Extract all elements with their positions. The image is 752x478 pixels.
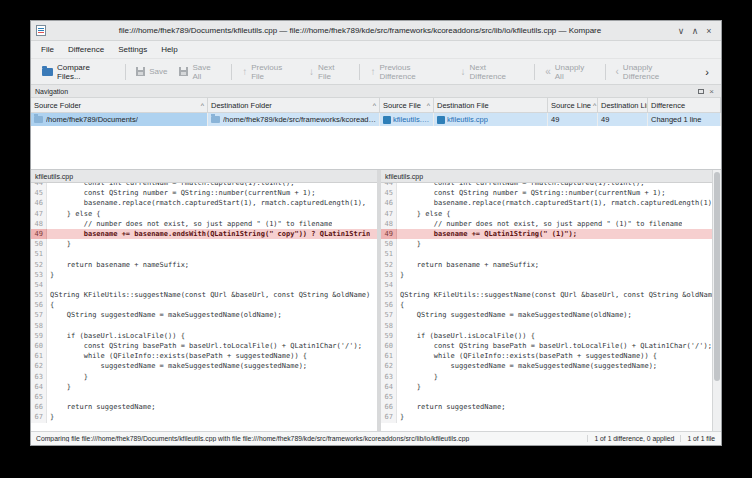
source-file-cell[interactable]: kfileutils.cpp xyxy=(380,113,434,126)
code-text: return suggestedName; xyxy=(397,402,505,412)
code-line[interactable]: 62 suggestedName = makeSuggestedName(sug… xyxy=(31,361,377,371)
toolbar: Compare Files... Save Save All ↑ Previou… xyxy=(31,58,721,85)
code-line[interactable]: 58 xyxy=(31,321,377,331)
previous-file-button[interactable]: ↑ Previous File xyxy=(237,60,302,84)
code-line[interactable]: 56{ xyxy=(31,300,377,310)
code-text: } xyxy=(47,382,71,392)
unapply-all-button[interactable]: « Unapply All xyxy=(540,60,599,84)
code-line[interactable]: 61 while (QFileInfo::exists(basePath + s… xyxy=(31,351,377,361)
close-button[interactable]: × xyxy=(702,24,716,38)
code-line[interactable]: 59 if (baseUrl.isLocalFile()) { xyxy=(31,331,377,341)
code-text: // number does not exist, so just append… xyxy=(397,219,682,229)
menu-difference[interactable]: Difference xyxy=(61,43,111,56)
code-text: } xyxy=(47,270,54,280)
compare-files-button[interactable]: Compare Files... xyxy=(37,60,120,84)
code-line[interactable]: 50 } xyxy=(31,239,377,249)
save-all-icon xyxy=(179,67,188,76)
code-line[interactable]: 45 const QString number = QString::numbe… xyxy=(381,188,712,198)
save-all-button[interactable]: Save All xyxy=(174,60,226,84)
dock-close-icon[interactable]: × xyxy=(706,87,717,96)
scrollbar-thumb[interactable] xyxy=(714,172,720,381)
code-line[interactable]: 64 } xyxy=(31,382,377,392)
column-header-destination-line[interactable]: Destination Lin xyxy=(598,98,648,113)
difference-cell[interactable]: Changed 1 line xyxy=(648,113,721,126)
code-line[interactable]: 55QString KFileUtils::suggestName(const … xyxy=(31,290,377,300)
sort-indicator-icon: ^ xyxy=(425,102,430,109)
destination-code-view[interactable]: 44 const int currentNum = rmatch.capture… xyxy=(381,183,712,431)
code-line[interactable]: 55QString KFileUtils::suggestName(const … xyxy=(381,290,712,300)
code-text: return basename + nameSuffix; xyxy=(47,260,189,270)
code-line[interactable]: 60 const QString basePath = baseUrl.toLo… xyxy=(381,341,712,351)
previous-difference-button[interactable]: ↑ Previous Difference xyxy=(365,60,453,84)
source-code-view[interactable]: 44 const int currentNum = rmatch.capture… xyxy=(31,183,377,431)
code-line[interactable]: 61 while (QFileInfo::exists(basePath + s… xyxy=(381,351,712,361)
column-header-difference[interactable]: Difference xyxy=(648,98,721,113)
code-line[interactable]: 46 basename.replace(rmatch.capturedStart… xyxy=(381,198,712,208)
code-line[interactable]: 51 xyxy=(31,249,377,259)
code-line[interactable]: 50 } xyxy=(381,239,712,249)
code-line[interactable]: 64 } xyxy=(381,382,712,392)
toolbar-overflow-button[interactable]: › xyxy=(699,64,715,80)
statusbar: Comparing file file:///home/fhek789/Docu… xyxy=(31,431,721,445)
column-header-source-line[interactable]: Source Line ^ xyxy=(548,98,598,113)
code-line[interactable]: 66 return suggestedName; xyxy=(381,402,712,412)
toolbar-label: Next Difference xyxy=(470,63,525,81)
code-line[interactable]: 60 const QString basePath = baseUrl.toLo… xyxy=(31,341,377,351)
code-line[interactable]: 63 } xyxy=(381,372,712,382)
code-line[interactable]: 53} xyxy=(381,270,712,280)
code-line[interactable]: 52 return basename + nameSuffix; xyxy=(31,260,377,270)
code-line[interactable]: 56{ xyxy=(381,300,712,310)
line-number: 65 xyxy=(31,392,47,402)
code-line[interactable]: 58 xyxy=(381,321,712,331)
menu-settings[interactable]: Settings xyxy=(111,43,154,56)
code-line[interactable]: 47 } else { xyxy=(381,209,712,219)
code-line[interactable]: 57 QString suggestedName = makeSuggested… xyxy=(381,310,712,320)
code-line[interactable]: 54 xyxy=(31,280,377,290)
code-line[interactable]: 45 const QString number = QString::numbe… xyxy=(31,188,377,198)
menu-file[interactable]: File xyxy=(34,43,61,56)
diff-line[interactable]: 49 basename += QLatin1String(" (1)"); xyxy=(381,229,712,239)
save-button[interactable]: Save xyxy=(131,64,172,79)
code-line[interactable]: 65 xyxy=(381,392,712,402)
code-text: QString KFileUtils::suggestName(const QU… xyxy=(397,290,712,300)
float-icon[interactable] xyxy=(695,87,706,96)
toolbar-separator xyxy=(534,64,535,80)
code-line[interactable]: 59 if (baseUrl.isLocalFile()) { xyxy=(381,331,712,341)
navigation-row[interactable]: /home/fhek789/Documents/ /home/fhek789/k… xyxy=(31,113,721,126)
code-line[interactable]: 53} xyxy=(31,270,377,280)
toolbar-separator xyxy=(359,64,360,80)
code-line[interactable]: 54 xyxy=(381,280,712,290)
code-line[interactable]: 46 basename.replace(rmatch.capturedStart… xyxy=(31,198,377,208)
code-line[interactable]: 47 } else { xyxy=(31,209,377,219)
code-line[interactable]: 51 xyxy=(381,249,712,259)
code-line[interactable]: 65 xyxy=(31,392,377,402)
source-line-cell[interactable]: 49 xyxy=(548,113,598,126)
next-file-button[interactable]: ↓ Next File xyxy=(304,60,354,84)
code-line[interactable]: 48 // number does not exist, so just app… xyxy=(31,219,377,229)
code-line[interactable]: 63 } xyxy=(31,372,377,382)
code-line[interactable]: 48 // number does not exist, so just app… xyxy=(381,219,712,229)
code-line[interactable]: 62 suggestedName = makeSuggestedName(sug… xyxy=(381,361,712,371)
maximize-button[interactable]: ∧ xyxy=(688,24,702,38)
code-line[interactable]: 57 QString suggestedName = makeSuggested… xyxy=(31,310,377,320)
code-line[interactable]: 52 return basename + nameSuffix; xyxy=(381,260,712,270)
source-folder-cell[interactable]: /home/fhek789/Documents/ xyxy=(31,113,208,126)
destination-folder-cell[interactable]: /home/fhek789/kde/src/frameworks/kcoread… xyxy=(208,113,380,126)
line-number: 51 xyxy=(31,249,47,259)
destination-line-cell[interactable]: 49 xyxy=(598,113,648,126)
navigation-table: Source Folder ^ Destination Folder ^ Sou… xyxy=(31,98,721,170)
column-header-destination-folder[interactable]: Destination Folder ^ xyxy=(208,98,380,113)
vertical-scrollbar[interactable] xyxy=(712,170,721,431)
column-header-source-file[interactable]: Source File ^ xyxy=(380,98,434,113)
code-line[interactable]: 66 return suggestedName; xyxy=(31,402,377,412)
next-difference-button[interactable]: ↓ Next Difference xyxy=(456,60,530,84)
column-header-destination-file[interactable]: Destination File xyxy=(434,98,548,113)
destination-file-cell[interactable]: kfileutils.cpp xyxy=(434,113,548,126)
unapply-difference-button[interactable]: ‹ Unapply Difference xyxy=(611,60,696,84)
code-line[interactable]: 67} xyxy=(381,412,712,422)
minimize-button[interactable]: ∨ xyxy=(674,24,688,38)
menu-help[interactable]: Help xyxy=(154,43,184,56)
diff-line[interactable]: 49 basename += basename.endsWith(QLatin1… xyxy=(31,229,377,239)
column-header-source-folder[interactable]: Source Folder ^ xyxy=(31,98,208,113)
code-line[interactable]: 67} xyxy=(31,412,377,422)
